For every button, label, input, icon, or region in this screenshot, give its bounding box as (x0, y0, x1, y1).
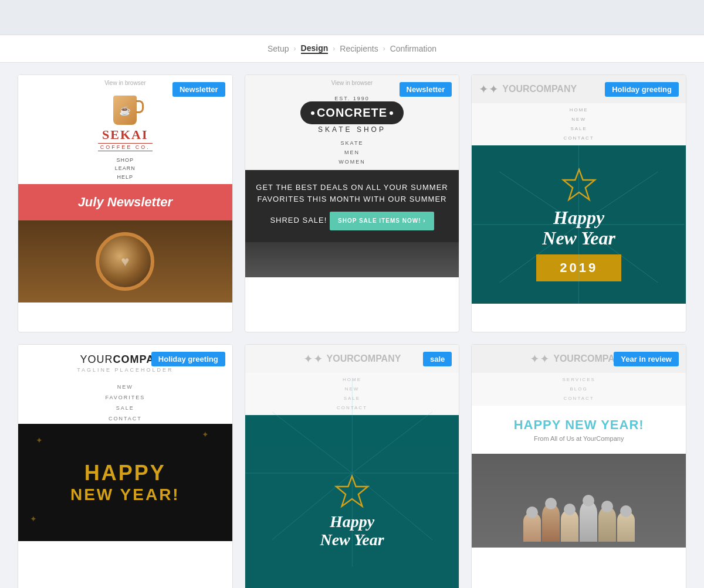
svg-line-16 (272, 415, 352, 473)
template-card-skate[interactable]: Newsletter View in browser EST. 1990 CON… (245, 74, 460, 332)
card4-nav: NEWFAVORITESSALECONTACT (18, 382, 232, 424)
badge-year-1: Year in review (614, 352, 679, 366)
card6-team (523, 501, 635, 548)
templates-grid: Newsletter View in browser ☕ SEKAI COFFE… (18, 74, 686, 588)
svg-line-3 (579, 225, 658, 283)
breadcrumb-sep-3: › (383, 45, 385, 53)
svg-line-7 (500, 172, 579, 225)
card6-content: HAPPY NEW YEAR! From All of Us at YourCo… (472, 406, 686, 454)
card4-logo-thin: YOUR (80, 354, 113, 365)
card2-image (245, 242, 459, 277)
card6-image (472, 454, 686, 548)
card2-sale-box: GET THE BEST DEALS ON ALL YOUR SUMMER FA… (245, 170, 459, 243)
template-card-holiday-black[interactable]: Holiday greeting YOURCOMPANY TAGLINE PLA… (18, 344, 233, 588)
main-content: Newsletter View in browser ☕ SEKAI COFFE… (0, 63, 704, 588)
top-bar (0, 0, 704, 35)
card6-sub: From All of Us at YourCompany (483, 435, 674, 442)
badge-holiday-1: Holiday greeting (605, 82, 679, 97)
coffee-cup-icon: ☕ (113, 96, 137, 125)
breadcrumb-bar: Setup › Design › Recipients › Confirmati… (0, 35, 704, 63)
svg-line-10 (352, 415, 432, 473)
card6-nav: SERVICESBLOGCONTACT (472, 373, 686, 406)
card4-headline-b: NEW YEAR! (70, 485, 180, 504)
card5-burst (245, 415, 459, 588)
skate-shop-text: SKATE SHOP (318, 125, 386, 134)
badge-newsletter-2: Newsletter (400, 82, 452, 97)
svg-line-1 (579, 172, 658, 225)
card4-image: ✦ ✦ ✦ HAPPY NEW YEAR! (18, 424, 232, 541)
card5-image: HappyNew Year (245, 415, 459, 588)
breadcrumb-sep-1: › (294, 45, 296, 53)
card1-banner: July Newsletter (18, 184, 232, 220)
skate-brand: CONCRETE (317, 106, 387, 120)
coffee-latte-art (96, 232, 154, 291)
breadcrumb-sep-2: › (333, 45, 335, 53)
card1-image (18, 220, 232, 303)
card3-logo-text: YOURCOMPANY (502, 84, 577, 94)
card6-logo-icon: ✦✦ (530, 352, 550, 366)
card6-headline: HAPPY NEW YEAR! (483, 417, 674, 433)
card4-tagline: TAGLINE PLACEHOLDER (27, 367, 224, 373)
skate-main-badge: CONCRETE (300, 101, 404, 124)
view-browser-2: View in browser (331, 80, 373, 86)
card3-logo-icon: ✦✦ (479, 82, 499, 96)
svg-line-5 (500, 225, 579, 283)
breadcrumb-recipients[interactable]: Recipients (340, 44, 378, 53)
badge-newsletter-1: Newsletter (172, 82, 225, 97)
skate-logo: EST. 1990 CONCRETE SKATE SHOP SKATEMENWO… (251, 96, 453, 167)
template-card-sekai[interactable]: Newsletter View in browser ☕ SEKAI COFFE… (18, 74, 233, 332)
burst-lines (472, 145, 686, 304)
template-card-holiday-teal[interactable]: Holiday greeting ✦✦ YOURCOMPANY HOMENEWS… (471, 74, 686, 332)
breadcrumb-design[interactable]: Design (301, 43, 329, 54)
card1-logo-container: ☕ SEKAI COFFEE CO. SHOPLEARNHELP (24, 84, 226, 181)
card1-nav: SHOPLEARNHELP (115, 156, 136, 181)
breadcrumb-setup[interactable]: Setup (268, 44, 289, 53)
svg-line-14 (272, 473, 352, 540)
badge-holiday-2: Holiday greeting (151, 352, 225, 366)
card4-headline-a: HAPPY (84, 461, 166, 485)
view-browser-1: View in browser (104, 80, 145, 86)
card2-nav: SKATEMENWOMEN (339, 138, 365, 167)
sekai-logo-text: SEKAI (102, 127, 148, 142)
template-card-year-review[interactable]: Year in review ✦✦ YOURCOMPANY SERVICESBL… (471, 344, 686, 588)
badge-sale-1: sale (423, 352, 452, 366)
card3-image: HappyNew Year 2019 (472, 145, 686, 304)
template-card-sale-teal[interactable]: sale ✦✦ YOURCOMPANY HOMENEWSALECONTACT (245, 344, 460, 588)
svg-line-12 (352, 473, 432, 540)
skate-est: EST. 1990 (334, 96, 370, 101)
breadcrumb-confirmation[interactable]: Confirmation (390, 44, 436, 53)
sekai-sub-text: COFFEE CO. (98, 143, 153, 151)
card3-nav: HOMENEWSALECONTACT (472, 103, 686, 145)
card2-cta-btn[interactable]: SHOP SALE ITEMS NOW! › (330, 212, 434, 230)
